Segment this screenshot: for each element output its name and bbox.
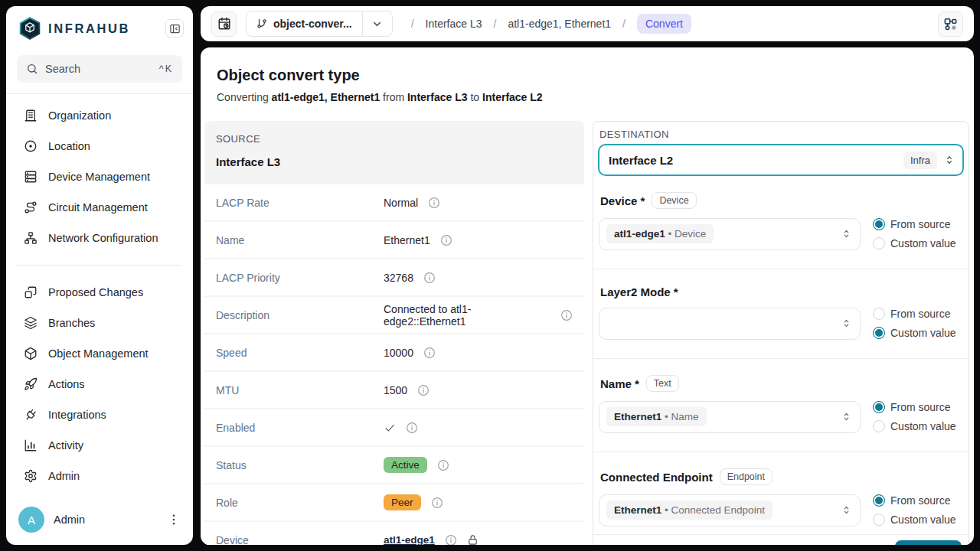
- value-separator: •: [665, 411, 668, 422]
- user-name: Admin: [54, 514, 85, 526]
- radio-from-source-icon[interactable]: [873, 308, 885, 320]
- proposed-changes-icon: [24, 285, 38, 299]
- radio-custom-value-icon[interactable]: [873, 514, 885, 526]
- search-input[interactable]: Search ^K: [17, 55, 182, 83]
- sidebar-item-network-configuration[interactable]: Network Configuration: [6, 223, 193, 253]
- radio-group: From source Custom value: [873, 216, 963, 252]
- sidebar-item-actions[interactable]: Actions: [6, 369, 193, 399]
- status-badge: Peer: [384, 494, 421, 510]
- check-icon: [384, 422, 396, 434]
- radio-custom-value-icon[interactable]: [873, 327, 885, 339]
- source-row-label: Device: [216, 534, 384, 546]
- brand-row: INFRAHUB: [6, 6, 193, 47]
- branch-selector[interactable]: object-conver...: [246, 11, 393, 37]
- source-value: 1500: [384, 384, 407, 396]
- field-select-connected-endpoint[interactable]: Ethernet1 • Connected Endpoint: [599, 494, 861, 527]
- sidebar-item-proposed-changes[interactable]: Proposed Changes: [6, 277, 193, 308]
- breadcrumb-item-interface-l3[interactable]: Interface L3: [426, 18, 482, 30]
- branch-dropdown-toggle[interactable]: [363, 11, 392, 36]
- schema-button[interactable]: [938, 11, 963, 37]
- kebab-menu-icon[interactable]: [167, 513, 181, 527]
- info-icon[interactable]: [431, 497, 443, 509]
- info-icon[interactable]: [417, 384, 430, 396]
- radio-custom-value[interactable]: Custom value: [873, 235, 963, 252]
- field-select-name[interactable]: Ethernet1 • Name: [599, 401, 861, 433]
- source-value: Ethernet1: [384, 234, 430, 246]
- time-travel-button[interactable]: [211, 11, 237, 37]
- sidebar-item-organization[interactable]: Organization: [6, 100, 193, 131]
- route-icon: [24, 201, 38, 214]
- breadcrumb-item-atl1-edge1-ethernet1[interactable]: atl1-edge1, Ethernet1: [508, 18, 611, 30]
- sidebar-item-admin[interactable]: Admin: [6, 461, 193, 491]
- sidebar-item-object-management[interactable]: Object Management: [6, 338, 193, 369]
- field-kind-badge: Text: [646, 375, 679, 392]
- source-row-label: Enabled: [216, 422, 384, 434]
- breadcrumb-item-convert[interactable]: Convert: [637, 14, 691, 34]
- sidebar-item-branches[interactable]: Branches: [6, 308, 193, 338]
- field-label: Device *: [600, 194, 645, 207]
- info-icon[interactable]: [560, 309, 573, 321]
- git-branch-icon: [256, 18, 267, 29]
- info-icon[interactable]: [437, 459, 449, 471]
- sidebar-collapse-button[interactable]: [165, 19, 184, 37]
- subtitle-object: atl1-edge1, Ethernet1: [272, 91, 381, 103]
- sidebar-item-label: Admin: [48, 470, 80, 482]
- source-value: Connected to atl1-edge2::Ethernet1: [384, 303, 550, 328]
- radio-from-source[interactable]: From source: [873, 492, 963, 509]
- destination-footer: Convert: [593, 535, 969, 545]
- chevrons-up-down-icon: [841, 318, 852, 329]
- namespace-badge: Infra: [903, 152, 937, 169]
- sidebar-item-location[interactable]: Location: [6, 131, 193, 161]
- page-title: Object convert type: [217, 67, 974, 84]
- sidebar-item-label: Organization: [48, 109, 111, 122]
- radio-from-source-icon[interactable]: [873, 401, 885, 413]
- radio-from-source[interactable]: From source: [873, 305, 963, 322]
- bar-chart-icon: [24, 439, 38, 452]
- info-icon[interactable]: [406, 422, 418, 434]
- divider: [17, 265, 182, 266]
- source-row-speed: Speed 10000: [204, 334, 584, 370]
- sidebar-item-label: Object Management: [48, 347, 149, 360]
- user-row[interactable]: A Admin: [6, 497, 193, 545]
- info-icon[interactable]: [423, 347, 436, 359]
- search-placeholder: Search: [45, 63, 80, 75]
- radio-custom-value[interactable]: Custom value: [873, 418, 963, 435]
- search-icon: [26, 63, 38, 75]
- radio-group: From source Custom value: [873, 399, 963, 435]
- radio-custom-value-icon[interactable]: [873, 237, 885, 249]
- sidebar-item-circuit-management[interactable]: Circuit Management: [6, 192, 193, 223]
- field-select-layer2-mode[interactable]: [599, 308, 861, 340]
- info-icon[interactable]: [440, 234, 452, 246]
- field-select-device[interactable]: atl1-edge1 • Device: [599, 218, 861, 250]
- convert-button[interactable]: Convert: [895, 540, 962, 545]
- radio-custom-value-icon[interactable]: [873, 420, 885, 432]
- field-group-layer2-mode: Layer2 Mode * From source Custom value: [593, 269, 969, 359]
- lock-icon: [467, 534, 479, 545]
- radio-custom-value[interactable]: Custom value: [873, 511, 963, 528]
- field-kind-badge: Device: [652, 192, 696, 209]
- info-icon[interactable]: [428, 197, 440, 209]
- radio-label: From source: [890, 494, 951, 507]
- info-icon[interactable]: [423, 272, 436, 284]
- radio-custom-value[interactable]: Custom value: [873, 324, 963, 341]
- radio-label: Custom value: [890, 420, 956, 432]
- radio-from-source[interactable]: From source: [873, 399, 963, 416]
- sidebar-nav: Organization Location Device Management …: [6, 97, 193, 491]
- sidebar-item-activity[interactable]: Activity: [6, 430, 193, 461]
- destination-type-select[interactable]: Interface L2 Infra: [598, 144, 964, 176]
- source-row-status: Status Active: [204, 447, 584, 483]
- chevron-down-icon: [371, 18, 383, 30]
- network-icon: [24, 231, 38, 245]
- source-row-device: Device atl1-edge1: [204, 522, 584, 545]
- source-value-link[interactable]: atl1-edge1: [384, 534, 435, 545]
- info-icon[interactable]: [445, 534, 457, 546]
- radio-from-source-icon[interactable]: [873, 494, 885, 507]
- radio-from-source-icon[interactable]: [873, 218, 885, 230]
- radio-from-source[interactable]: From source: [873, 216, 963, 233]
- gear-icon: [24, 469, 38, 483]
- field-group-name: Name * Text Ethernet1 • Name From source…: [593, 359, 969, 452]
- sidebar-item-device-management[interactable]: Device Management: [6, 161, 193, 192]
- brand-wordmark: INFRAHUB: [48, 21, 130, 36]
- sidebar-item-integrations[interactable]: Integrations: [6, 399, 193, 430]
- schema-graph-icon: [943, 17, 958, 31]
